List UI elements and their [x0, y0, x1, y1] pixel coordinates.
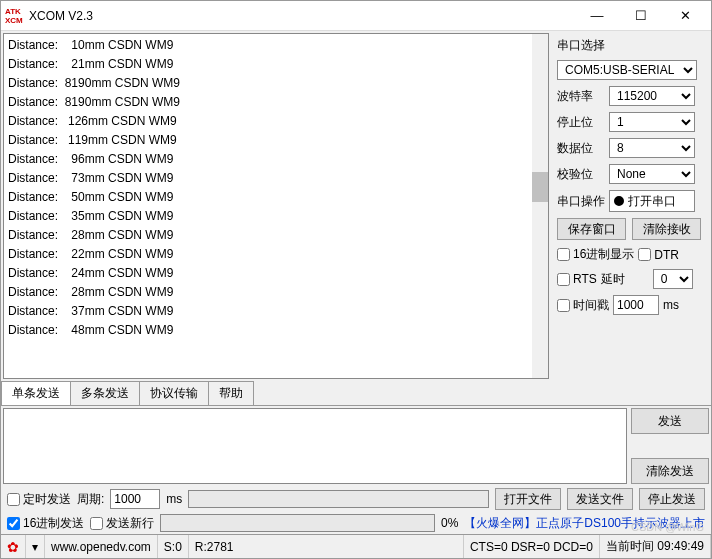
window-title: XCOM V2.3 — [29, 9, 575, 23]
clear-send-button[interactable]: 清除发送 — [631, 458, 709, 484]
send-area: 发送 清除发送 — [1, 406, 711, 486]
status-bar: ✿ ▾ www.openedv.com S:0 R:2781 CTS=0 DSR… — [1, 534, 711, 558]
open-port-button[interactable]: 打开串口 — [609, 190, 695, 212]
status-url[interactable]: www.openedv.com — [45, 535, 158, 558]
data-select[interactable]: 8 — [609, 138, 695, 158]
delay-select[interactable]: 0 — [653, 269, 693, 289]
period-label: 周期: — [77, 491, 104, 508]
tab-single[interactable]: 单条发送 — [1, 381, 71, 405]
progress-pct: 0% — [441, 516, 458, 530]
promo-link[interactable]: 【火爆全网】正点原子DS100手持示波器上市 — [464, 515, 705, 532]
tab-multi[interactable]: 多条发送 — [70, 381, 140, 405]
scrollbar[interactable] — [532, 34, 548, 378]
timestamp-input[interactable] — [613, 295, 659, 315]
send-file-button[interactable]: 发送文件 — [567, 488, 633, 510]
baud-label: 波特率 — [557, 88, 605, 105]
port-status-icon — [614, 196, 624, 206]
status-time: 当前时间 09:49:49 — [600, 535, 711, 558]
open-port-label: 打开串口 — [628, 193, 676, 210]
close-button[interactable]: ✕ — [663, 2, 707, 30]
hex-display-checkbox[interactable]: 16进制显示 — [557, 246, 634, 263]
status-lines: CTS=0 DSR=0 DCD=0 — [464, 535, 600, 558]
minimize-button[interactable]: — — [575, 2, 619, 30]
app-icon: ATKXCM — [5, 7, 23, 25]
settings-icon[interactable]: ✿ — [1, 535, 26, 558]
period-ms: ms — [166, 492, 182, 506]
send-textarea[interactable] — [3, 408, 627, 484]
file-path-display — [188, 490, 489, 508]
send-button[interactable]: 发送 — [631, 408, 709, 434]
receive-textarea[interactable]: Distance: 10mm CSDN WM9 Distance: 21mm C… — [3, 33, 549, 379]
parity-label: 校验位 — [557, 166, 605, 183]
baud-select[interactable]: 115200 — [609, 86, 695, 106]
dropdown-icon[interactable]: ▾ — [26, 535, 45, 558]
status-recv: R:2781 — [189, 535, 464, 558]
parity-select[interactable]: None — [609, 164, 695, 184]
delay-label: 延时 — [601, 271, 649, 288]
save-window-button[interactable]: 保存窗口 — [557, 218, 626, 240]
right-panel: 串口选择 COM5:USB-SERIAL 波特率 115200 停止位 1 数据… — [551, 31, 711, 381]
status-sent: S:0 — [158, 535, 189, 558]
timestamp-checkbox[interactable]: 时间戳 — [557, 297, 609, 314]
hex-send-checkbox[interactable]: 16进制发送 — [7, 515, 84, 532]
send-newline-checkbox[interactable]: 发送新行 — [90, 515, 154, 532]
clear-recv-button[interactable]: 清除接收 — [632, 218, 701, 240]
dtr-checkbox[interactable]: DTR — [638, 248, 679, 262]
open-file-button[interactable]: 打开文件 — [495, 488, 561, 510]
port-select[interactable]: COM5:USB-SERIAL — [557, 60, 697, 80]
scrollbar-thumb[interactable] — [532, 172, 548, 202]
tab-protocol[interactable]: 协议传输 — [139, 381, 209, 405]
timed-send-checkbox[interactable]: 定时发送 — [7, 491, 71, 508]
stop-label: 停止位 — [557, 114, 605, 131]
stop-send-button[interactable]: 停止发送 — [639, 488, 705, 510]
send-options-row1: 定时发送 周期: ms 打开文件 发送文件 停止发送 — [1, 486, 711, 512]
titlebar: ATKXCM XCOM V2.3 — ☐ ✕ — [1, 1, 711, 31]
tab-help[interactable]: 帮助 — [208, 381, 254, 405]
tabs: 单条发送 多条发送 协议传输 帮助 — [1, 381, 711, 406]
left-panel: Distance: 10mm CSDN WM9 Distance: 21mm C… — [1, 31, 551, 381]
port-label: 串口选择 — [557, 37, 701, 54]
maximize-button[interactable]: ☐ — [619, 2, 663, 30]
ms-label: ms — [663, 298, 679, 312]
receive-content: Distance: 10mm CSDN WM9 Distance: 21mm C… — [8, 38, 180, 337]
data-label: 数据位 — [557, 140, 605, 157]
stop-select[interactable]: 1 — [609, 112, 695, 132]
send-options-row2: 16进制发送 发送新行 0% 【火爆全网】正点原子DS100手持示波器上市 — [1, 512, 711, 534]
op-label: 串口操作 — [557, 193, 605, 210]
period-input[interactable] — [110, 489, 160, 509]
main-area: Distance: 10mm CSDN WM9 Distance: 21mm C… — [1, 31, 711, 381]
progress-bar — [160, 514, 435, 532]
rts-checkbox[interactable]: RTS — [557, 272, 597, 286]
